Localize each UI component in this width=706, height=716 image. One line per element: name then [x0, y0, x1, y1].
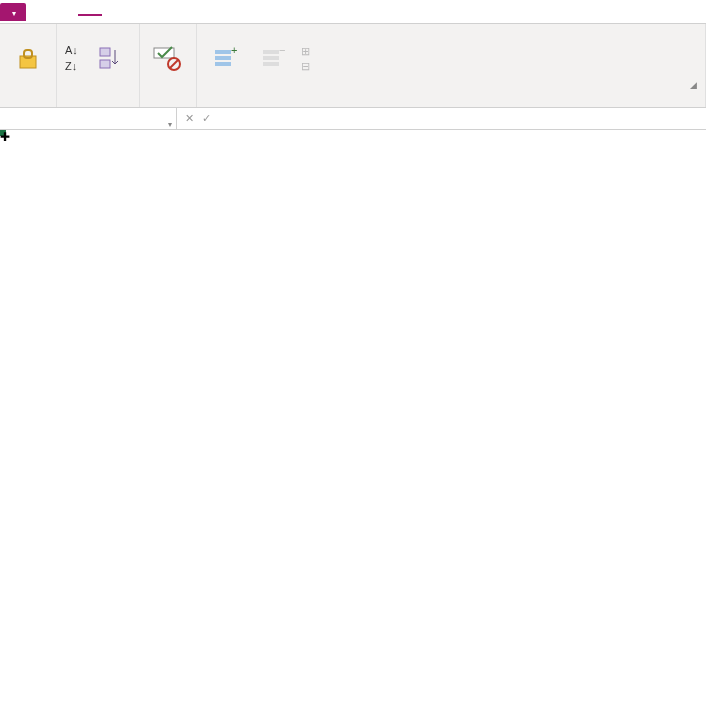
- tab-view[interactable]: [102, 9, 126, 15]
- sort-button[interactable]: [91, 40, 131, 78]
- ribbon: A↓ Z↓ +: [0, 24, 706, 108]
- dialog-launcher-icon[interactable]: ◢: [690, 80, 697, 90]
- formula-bar: ▾ ✕ ✓: [0, 108, 706, 130]
- group-protect: [0, 24, 57, 107]
- svg-rect-4: [100, 48, 110, 56]
- svg-rect-15: [263, 62, 279, 66]
- show-detail-icon: ⊞: [301, 45, 310, 58]
- name-box[interactable]: ▾: [0, 108, 177, 129]
- svg-text:A↓: A↓: [65, 44, 78, 56]
- group-icon: +: [209, 42, 241, 74]
- svg-rect-14: [263, 56, 279, 60]
- tab-file[interactable]: ▾: [0, 3, 26, 21]
- hide-detail-button: ⊟: [301, 60, 314, 73]
- sort-desc-button[interactable]: Z↓: [65, 60, 83, 74]
- group-datatools: [140, 24, 197, 107]
- chevron-down-icon[interactable]: ▾: [168, 114, 172, 136]
- svg-rect-5: [100, 60, 110, 68]
- ungroup-button: −: [253, 40, 293, 78]
- svg-line-8: [170, 60, 178, 68]
- group-sort: A↓ Z↓: [57, 24, 140, 107]
- tab-formulas[interactable]: [54, 9, 78, 15]
- data-validation-icon: [152, 42, 184, 74]
- group-button[interactable]: +: [205, 40, 245, 78]
- group-outline: + − ⊞ ⊟ ◢: [197, 24, 706, 107]
- tab-bar: ▾: [0, 0, 706, 24]
- chevron-down-icon: ▾: [12, 9, 16, 18]
- tab-data[interactable]: [78, 8, 102, 16]
- enter-icon[interactable]: ✓: [202, 112, 211, 125]
- cancel-icon[interactable]: ✕: [185, 112, 194, 125]
- sort-asc-button[interactable]: A↓: [65, 44, 83, 58]
- svg-rect-13: [263, 50, 279, 54]
- svg-text:+: +: [231, 44, 237, 56]
- show-detail-button: ⊞: [301, 45, 314, 58]
- ungroup-icon: −: [257, 42, 289, 74]
- sort-icon: [95, 42, 127, 74]
- svg-rect-10: [215, 56, 231, 60]
- hide-detail-icon: ⊟: [301, 60, 310, 73]
- svg-text:−: −: [279, 44, 285, 56]
- cursor-icon: ✚: [0, 130, 10, 144]
- lock-icon: [12, 42, 44, 74]
- protect-workbook-button[interactable]: [8, 40, 48, 78]
- tab-home[interactable]: [30, 9, 54, 15]
- svg-rect-9: [215, 50, 231, 54]
- svg-text:Z↓: Z↓: [65, 60, 77, 72]
- svg-rect-11: [215, 62, 231, 66]
- data-validation-button[interactable]: [148, 40, 188, 78]
- svg-rect-6: [154, 48, 174, 58]
